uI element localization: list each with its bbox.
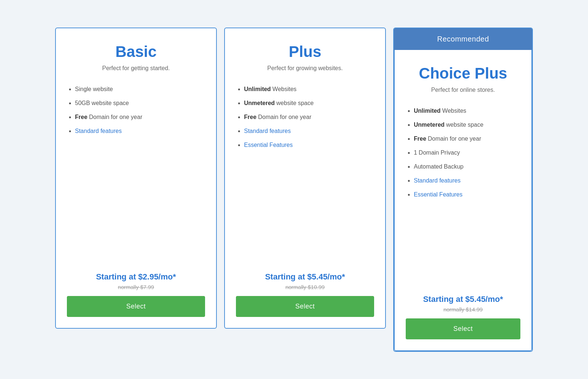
plan-card-basic: Basic Perfect for getting started. Singl… (55, 28, 217, 329)
feature-item: Free Domain for one year (75, 113, 205, 122)
feature-item: Free Domain for one year (414, 134, 520, 143)
feature-item: Unlimited Websites (414, 107, 520, 115)
plan-name: Plus (236, 43, 374, 61)
plan-card-plus: Plus Perfect for growing websites. Unlim… (224, 28, 386, 329)
plan-tagline: Perfect for growing websites. (236, 65, 374, 72)
plan-wrapper-choice-plus: Recommended Choice Plus Perfect for onli… (393, 28, 533, 352)
feature-item: Essential Features (244, 141, 374, 149)
price-normal: normally $10.99 (236, 284, 374, 290)
plan-card-choice-plus: Choice Plus Perfect for online stores. U… (394, 50, 532, 351)
feature-item: 50GB website space (75, 99, 205, 108)
feature-item: Single website (75, 85, 205, 94)
plan-tagline: Perfect for online stores. (406, 87, 520, 93)
feature-item: 1 Domain Privacy (414, 148, 520, 157)
plan-features: Unlimited WebsitesUnmetered website spac… (406, 107, 520, 284)
plan-features: Unlimited WebsitesUnmetered website spac… (236, 85, 374, 261)
feature-item: Unmetered website space (244, 99, 374, 108)
feature-item: Standard features (75, 127, 205, 136)
plan-features: Single website50GB website spaceFree Dom… (67, 85, 205, 261)
feature-item: Free Domain for one year (244, 113, 374, 122)
select-button[interactable]: Select (236, 296, 374, 317)
feature-item: Unmetered website space (414, 120, 520, 129)
price-main: Starting at $5.45/mo* (406, 295, 520, 304)
feature-item: Essential Features (414, 190, 520, 199)
price-main: Starting at $5.45/mo* (236, 272, 374, 282)
price-normal: normally $7.99 (67, 284, 205, 290)
pricing-section: Starting at $5.45/mo* normally $14.99 Se… (406, 295, 520, 339)
pricing-section: Starting at $2.95/mo* normally $7.99 Sel… (67, 272, 205, 317)
select-button[interactable]: Select (406, 318, 520, 339)
feature-item: Unlimited Websites (244, 85, 374, 94)
pricing-section: Starting at $5.45/mo* normally $10.99 Se… (236, 272, 374, 317)
price-main: Starting at $2.95/mo* (67, 272, 205, 282)
feature-item: Standard features (414, 176, 520, 185)
plan-tagline: Perfect for getting started. (67, 65, 205, 72)
select-button[interactable]: Select (67, 296, 205, 317)
plan-name: Basic (67, 43, 205, 61)
plan-name: Choice Plus (406, 65, 520, 82)
price-normal: normally $14.99 (406, 306, 520, 313)
recommended-banner: Recommended (394, 28, 532, 50)
feature-item: Standard features (244, 127, 374, 136)
feature-item: Automated Backup (414, 162, 520, 171)
pricing-container: Basic Perfect for getting started. Singl… (55, 28, 533, 352)
